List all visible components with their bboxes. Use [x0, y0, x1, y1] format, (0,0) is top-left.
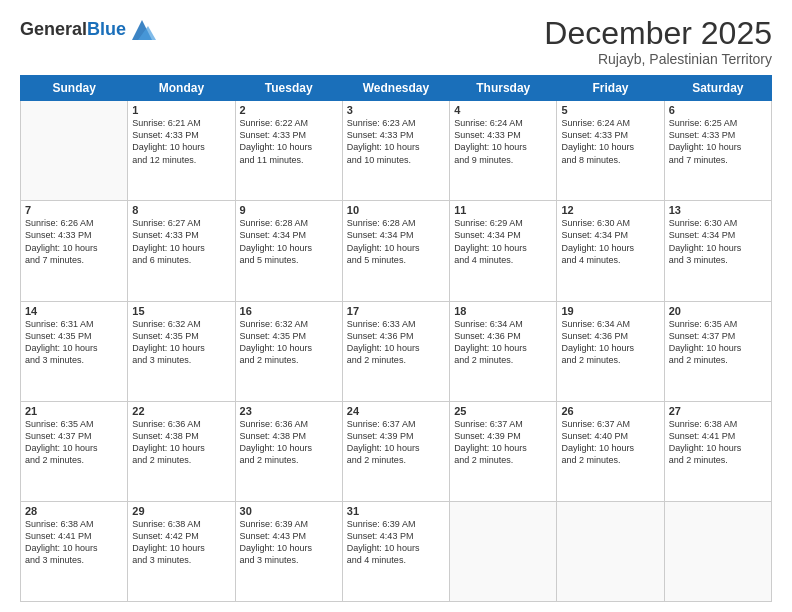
- calendar-cell: 1Sunrise: 6:21 AMSunset: 4:33 PMDaylight…: [128, 101, 235, 201]
- day-number: 30: [240, 505, 338, 517]
- calendar-cell: 16Sunrise: 6:32 AMSunset: 4:35 PMDayligh…: [235, 301, 342, 401]
- calendar-cell: 9Sunrise: 6:28 AMSunset: 4:34 PMDaylight…: [235, 201, 342, 301]
- logo-icon: [128, 16, 156, 44]
- calendar-header-sunday: Sunday: [21, 76, 128, 101]
- day-info: Sunrise: 6:36 AMSunset: 4:38 PMDaylight:…: [132, 418, 230, 467]
- day-info: Sunrise: 6:37 AMSunset: 4:40 PMDaylight:…: [561, 418, 659, 467]
- day-number: 18: [454, 305, 552, 317]
- day-number: 31: [347, 505, 445, 517]
- calendar-cell: 12Sunrise: 6:30 AMSunset: 4:34 PMDayligh…: [557, 201, 664, 301]
- calendar-cell: 30Sunrise: 6:39 AMSunset: 4:43 PMDayligh…: [235, 501, 342, 601]
- logo: GeneralBlue: [20, 16, 156, 44]
- calendar-week-row: 7Sunrise: 6:26 AMSunset: 4:33 PMDaylight…: [21, 201, 772, 301]
- day-info: Sunrise: 6:34 AMSunset: 4:36 PMDaylight:…: [561, 318, 659, 367]
- calendar-header-wednesday: Wednesday: [342, 76, 449, 101]
- calendar-cell: 29Sunrise: 6:38 AMSunset: 4:42 PMDayligh…: [128, 501, 235, 601]
- logo-blue: Blue: [87, 19, 126, 39]
- calendar-cell: 13Sunrise: 6:30 AMSunset: 4:34 PMDayligh…: [664, 201, 771, 301]
- calendar-header-row: SundayMondayTuesdayWednesdayThursdayFrid…: [21, 76, 772, 101]
- calendar-cell: 4Sunrise: 6:24 AMSunset: 4:33 PMDaylight…: [450, 101, 557, 201]
- day-number: 23: [240, 405, 338, 417]
- day-number: 29: [132, 505, 230, 517]
- calendar-cell: 6Sunrise: 6:25 AMSunset: 4:33 PMDaylight…: [664, 101, 771, 201]
- calendar-cell: 19Sunrise: 6:34 AMSunset: 4:36 PMDayligh…: [557, 301, 664, 401]
- day-info: Sunrise: 6:24 AMSunset: 4:33 PMDaylight:…: [454, 117, 552, 166]
- calendar-week-row: 28Sunrise: 6:38 AMSunset: 4:41 PMDayligh…: [21, 501, 772, 601]
- day-info: Sunrise: 6:22 AMSunset: 4:33 PMDaylight:…: [240, 117, 338, 166]
- calendar-cell: 10Sunrise: 6:28 AMSunset: 4:34 PMDayligh…: [342, 201, 449, 301]
- calendar-cell: 18Sunrise: 6:34 AMSunset: 4:36 PMDayligh…: [450, 301, 557, 401]
- calendar-cell: 20Sunrise: 6:35 AMSunset: 4:37 PMDayligh…: [664, 301, 771, 401]
- calendar-cell: 15Sunrise: 6:32 AMSunset: 4:35 PMDayligh…: [128, 301, 235, 401]
- title-block: December 2025 Rujayb, Palestinian Territ…: [544, 16, 772, 67]
- day-info: Sunrise: 6:34 AMSunset: 4:36 PMDaylight:…: [454, 318, 552, 367]
- day-number: 8: [132, 204, 230, 216]
- day-info: Sunrise: 6:35 AMSunset: 4:37 PMDaylight:…: [669, 318, 767, 367]
- logo-text: GeneralBlue: [20, 20, 126, 40]
- day-number: 6: [669, 104, 767, 116]
- day-number: 10: [347, 204, 445, 216]
- day-number: 25: [454, 405, 552, 417]
- calendar-cell: 17Sunrise: 6:33 AMSunset: 4:36 PMDayligh…: [342, 301, 449, 401]
- calendar-cell: 7Sunrise: 6:26 AMSunset: 4:33 PMDaylight…: [21, 201, 128, 301]
- day-number: 11: [454, 204, 552, 216]
- day-info: Sunrise: 6:32 AMSunset: 4:35 PMDaylight:…: [240, 318, 338, 367]
- calendar-header-thursday: Thursday: [450, 76, 557, 101]
- calendar-cell: 8Sunrise: 6:27 AMSunset: 4:33 PMDaylight…: [128, 201, 235, 301]
- day-info: Sunrise: 6:37 AMSunset: 4:39 PMDaylight:…: [347, 418, 445, 467]
- day-number: 3: [347, 104, 445, 116]
- day-number: 21: [25, 405, 123, 417]
- day-number: 13: [669, 204, 767, 216]
- calendar-week-row: 21Sunrise: 6:35 AMSunset: 4:37 PMDayligh…: [21, 401, 772, 501]
- calendar-cell: 22Sunrise: 6:36 AMSunset: 4:38 PMDayligh…: [128, 401, 235, 501]
- calendar-cell: 28Sunrise: 6:38 AMSunset: 4:41 PMDayligh…: [21, 501, 128, 601]
- day-number: 7: [25, 204, 123, 216]
- calendar-cell: 3Sunrise: 6:23 AMSunset: 4:33 PMDaylight…: [342, 101, 449, 201]
- day-info: Sunrise: 6:27 AMSunset: 4:33 PMDaylight:…: [132, 217, 230, 266]
- calendar-cell: 11Sunrise: 6:29 AMSunset: 4:34 PMDayligh…: [450, 201, 557, 301]
- calendar-header-monday: Monday: [128, 76, 235, 101]
- day-number: 27: [669, 405, 767, 417]
- calendar-cell: 21Sunrise: 6:35 AMSunset: 4:37 PMDayligh…: [21, 401, 128, 501]
- day-number: 9: [240, 204, 338, 216]
- day-number: 24: [347, 405, 445, 417]
- day-number: 20: [669, 305, 767, 317]
- day-info: Sunrise: 6:36 AMSunset: 4:38 PMDaylight:…: [240, 418, 338, 467]
- day-info: Sunrise: 6:28 AMSunset: 4:34 PMDaylight:…: [240, 217, 338, 266]
- day-info: Sunrise: 6:25 AMSunset: 4:33 PMDaylight:…: [669, 117, 767, 166]
- day-number: 17: [347, 305, 445, 317]
- day-info: Sunrise: 6:38 AMSunset: 4:41 PMDaylight:…: [669, 418, 767, 467]
- day-info: Sunrise: 6:24 AMSunset: 4:33 PMDaylight:…: [561, 117, 659, 166]
- day-number: 4: [454, 104, 552, 116]
- month-title: December 2025: [544, 16, 772, 51]
- day-info: Sunrise: 6:23 AMSunset: 4:33 PMDaylight:…: [347, 117, 445, 166]
- day-number: 2: [240, 104, 338, 116]
- calendar-header-friday: Friday: [557, 76, 664, 101]
- day-info: Sunrise: 6:38 AMSunset: 4:42 PMDaylight:…: [132, 518, 230, 567]
- calendar-cell: 26Sunrise: 6:37 AMSunset: 4:40 PMDayligh…: [557, 401, 664, 501]
- calendar-cell: 5Sunrise: 6:24 AMSunset: 4:33 PMDaylight…: [557, 101, 664, 201]
- calendar-cell: 14Sunrise: 6:31 AMSunset: 4:35 PMDayligh…: [21, 301, 128, 401]
- calendar-table: SundayMondayTuesdayWednesdayThursdayFrid…: [20, 75, 772, 602]
- day-number: 14: [25, 305, 123, 317]
- day-number: 15: [132, 305, 230, 317]
- day-info: Sunrise: 6:35 AMSunset: 4:37 PMDaylight:…: [25, 418, 123, 467]
- calendar-cell: [557, 501, 664, 601]
- day-info: Sunrise: 6:33 AMSunset: 4:36 PMDaylight:…: [347, 318, 445, 367]
- day-info: Sunrise: 6:30 AMSunset: 4:34 PMDaylight:…: [561, 217, 659, 266]
- day-info: Sunrise: 6:38 AMSunset: 4:41 PMDaylight:…: [25, 518, 123, 567]
- day-info: Sunrise: 6:39 AMSunset: 4:43 PMDaylight:…: [240, 518, 338, 567]
- logo-general: General: [20, 19, 87, 39]
- day-info: Sunrise: 6:31 AMSunset: 4:35 PMDaylight:…: [25, 318, 123, 367]
- page: GeneralBlue December 2025 Rujayb, Palest…: [0, 0, 792, 612]
- day-number: 26: [561, 405, 659, 417]
- day-info: Sunrise: 6:30 AMSunset: 4:34 PMDaylight:…: [669, 217, 767, 266]
- calendar-cell: 23Sunrise: 6:36 AMSunset: 4:38 PMDayligh…: [235, 401, 342, 501]
- day-number: 1: [132, 104, 230, 116]
- day-info: Sunrise: 6:21 AMSunset: 4:33 PMDaylight:…: [132, 117, 230, 166]
- calendar-cell: 2Sunrise: 6:22 AMSunset: 4:33 PMDaylight…: [235, 101, 342, 201]
- calendar-header-saturday: Saturday: [664, 76, 771, 101]
- day-number: 28: [25, 505, 123, 517]
- day-number: 16: [240, 305, 338, 317]
- calendar-cell: [664, 501, 771, 601]
